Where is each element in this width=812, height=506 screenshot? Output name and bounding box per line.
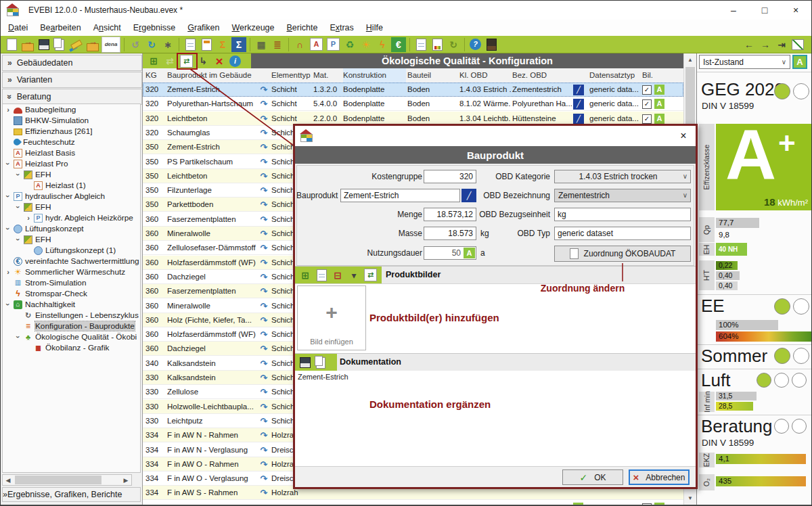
brush-icon[interactable] — [69, 37, 84, 52]
col-bez-obd[interactable]: Bez. OBD — [512, 68, 572, 83]
collapse-icon[interactable]: › — [4, 225, 12, 233]
export-icon[interactable] — [85, 37, 100, 52]
building-data-icon[interactable] — [199, 37, 214, 52]
variant-select[interactable]: Ist-Zustand ∨ — [699, 55, 790, 69]
class-a-button[interactable]: A — [792, 55, 807, 69]
hydraulik-icon[interactable]: P — [327, 38, 340, 51]
cancel-button[interactable]: × Abbrechen — [629, 469, 690, 485]
paste-doc-icon[interactable] — [314, 268, 329, 283]
obd-kategorie-select[interactable]: 1.4.03 Estrich trocken∨ — [554, 170, 691, 183]
obd-bezeichnung-select[interactable]: Zementestrich∨ — [554, 189, 691, 202]
tree-item-effizienzhaus[interactable]: Effizienzhaus [261] — [3, 126, 140, 137]
levels-icon[interactable]: ≣ — [270, 37, 285, 52]
collapse-icon[interactable]: › — [4, 160, 12, 168]
sum-orange-icon[interactable]: Σ — [215, 37, 230, 52]
refresh-icon[interactable]: ↻ — [446, 37, 461, 52]
menu-ansicht[interactable]: Ansicht — [87, 21, 127, 34]
help-icon[interactable]: ? — [470, 39, 481, 50]
sum-blue-icon[interactable]: Σ — [231, 37, 246, 52]
col-bauteil[interactable]: Bauteil — [407, 68, 458, 83]
nutzungsdauer-input[interactable]: 50 A — [424, 246, 476, 260]
wizard-icon[interactable]: ∗ — [160, 37, 175, 52]
open-folder-icon[interactable] — [20, 37, 35, 52]
tree-item-heizlast-1[interactable]: AHeizlast (1) — [3, 180, 140, 191]
sidebar-panel-gebaeudedaten[interactable]: » Gebäudedaten — [2, 55, 142, 71]
tree-item-lueftungskonzept[interactable]: ›Lüftungskonzept — [3, 223, 140, 234]
ventilation-icon[interactable]: ♻ — [342, 37, 357, 52]
minimize-button[interactable]: – — [718, 1, 749, 20]
sidebar-hscrollbar[interactable]: ◀ ▶ — [2, 474, 132, 486]
house-euro-icon[interactable]: € — [391, 37, 406, 52]
col-elementtyp[interactable]: Elementtyp — [271, 68, 312, 83]
col-konstruktion[interactable]: Konstruktion — [343, 68, 406, 83]
add-rows-icon[interactable]: ⊞ — [146, 53, 161, 68]
bilanz-checkbox[interactable]: ✓ — [642, 99, 652, 109]
tree-item-hydraulischer-abgleich[interactable]: ›Phydraulischer Abgleich — [3, 191, 140, 202]
scroll-up-icon[interactable]: ▲ — [684, 54, 696, 66]
scroll-thumb[interactable] — [15, 476, 102, 484]
bilanz-checkbox[interactable]: ✓ — [642, 114, 652, 124]
tree-item-efh-heizlast[interactable]: ›EFH — [3, 169, 140, 180]
col-mat[interactable]: Mat. — [313, 68, 342, 83]
edit-pencil-icon[interactable]: ╱ — [573, 85, 584, 95]
report-doc-icon[interactable] — [183, 37, 198, 52]
energy-report-icon[interactable] — [430, 37, 445, 52]
heizlast-icon[interactable]: A — [310, 38, 323, 51]
sidebar-panel-varianten[interactable]: » Varianten — [2, 72, 142, 88]
tree-item-efh-lueftung[interactable]: ›EFH — [3, 234, 140, 245]
assign-icon[interactable]: ↳ — [196, 53, 210, 68]
scroll-down-icon[interactable]: ▼ — [684, 492, 696, 504]
col-kg[interactable]: KG — [145, 68, 164, 83]
tree-item-einstellungen-lebenszyklus[interactable]: ↻Einstellungen - Lebenszyklus — [3, 310, 140, 321]
reorder-icon[interactable]: ⇄ — [162, 53, 177, 68]
dialog-close-button[interactable]: × — [675, 129, 692, 143]
sidebar-footer-results[interactable]: » Ergebnisse, Grafiken, Berichte — [2, 487, 141, 502]
col-bil[interactable]: Bil. — [642, 68, 680, 83]
sidebar-panel-beratung[interactable]: » Beratung — [2, 89, 142, 105]
tree-item-nachhaltigkeit[interactable]: ›⌂Nachhaltigkeit — [3, 299, 140, 310]
menu-berichte[interactable]: Berichte — [281, 21, 324, 34]
tree-item-heizlast-pro[interactable]: ›AHeizlast Pro — [3, 158, 140, 169]
tree-item-heizlast-basis[interactable]: AHeizlast Basis — [3, 147, 140, 158]
col-kl-obd[interactable]: Kl. OBD — [459, 68, 511, 83]
collapse-icon[interactable]: › — [14, 203, 22, 211]
col-bauprodukt[interactable]: Bauprodukt im Gebäude — [167, 68, 256, 83]
tree-item-konfiguration-bauprodukte[interactable]: ≡Konfiguration - Bauprodukte — [3, 321, 140, 331]
add-image-icon[interactable]: ⊞ — [298, 268, 313, 283]
scroll-right-icon[interactable]: ▶ — [120, 475, 131, 485]
dena-icon[interactable]: dena — [102, 37, 120, 53]
delete-icon[interactable]: × — [212, 53, 227, 68]
nav-back-icon[interactable]: ← — [742, 37, 757, 52]
remove-image-icon[interactable]: ⊟ — [330, 268, 345, 283]
tree-item-oekobilanz-grafik[interactable]: ▆Ökobilanz - Grafik — [3, 342, 140, 353]
tree-item-efh-hydraulik[interactable]: ›EFH — [3, 202, 140, 212]
collapse-icon[interactable]: › — [14, 235, 22, 244]
info-icon[interactable]: i — [229, 55, 241, 67]
copy-icon[interactable] — [53, 37, 68, 52]
tree-item-sachwertermittlung[interactable]: €vereinfachte Sachwertermittlung — [3, 256, 140, 267]
menu-werkzeuge[interactable]: Werkzeuge — [226, 21, 281, 34]
tree-item-strom-simulation[interactable]: ▥Strom-Simulation — [3, 277, 140, 288]
tree-item-oekologische-qualitaet[interactable]: ›♣Ökologische Qualität - Ökobi — [3, 331, 140, 342]
table-row[interactable]: 320Zement-Estrich↷Schicht1.3.2.0Bodenpla… — [143, 83, 683, 97]
zuordnung-oekobaudat-button[interactable]: Zuordnung ÖKOBAUDAT — [554, 246, 691, 262]
menu-grafiken[interactable]: Grafiken — [181, 21, 225, 34]
menu-hilfe[interactable]: Hilfe — [360, 21, 389, 34]
tree-item-bhkw-simulation[interactable]: BHKW-Simulation — [3, 115, 140, 126]
obd-typ-input[interactable]: generic dataset — [554, 227, 691, 240]
ok-button[interactable]: ✓ OK — [562, 469, 623, 485]
add-image-tile[interactable]: + Bild einfügen — [297, 285, 366, 350]
scroll-left-icon[interactable]: ◀ — [3, 475, 14, 485]
col-datensatztyp[interactable]: Datensatztyp — [589, 68, 641, 83]
lightning-icon[interactable]: ϟ — [375, 37, 390, 52]
dark-doc-icon[interactable] — [484, 37, 499, 52]
collapse-icon[interactable]: › — [14, 170, 22, 179]
bilanz-checkbox[interactable]: ✓ — [642, 85, 652, 95]
structure-icon[interactable]: ▦ — [254, 37, 269, 52]
new-file-icon[interactable] — [4, 37, 19, 52]
tree-item-stromspar-check[interactable]: ϟStromspar-Check — [3, 288, 140, 299]
collapse-icon[interactable]: › — [14, 333, 22, 341]
close-button[interactable]: × — [780, 1, 811, 20]
baubegleitung-icon[interactable]: ∩ — [292, 37, 307, 52]
menu-ergebnisse[interactable]: Ergebnisse — [127, 21, 182, 34]
